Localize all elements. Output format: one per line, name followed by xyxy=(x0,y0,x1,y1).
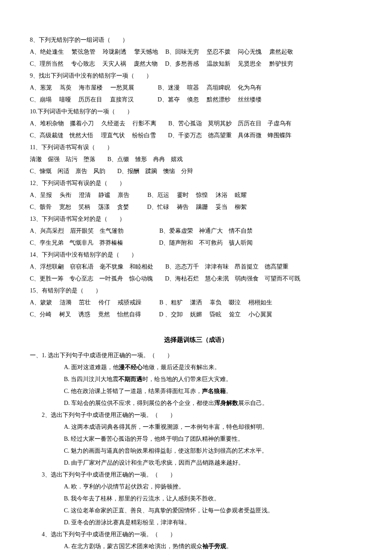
s2-q1-b-pre: B. 当四川汶川大地震 xyxy=(64,376,118,382)
s2-q1-c-post: 。 xyxy=(226,388,232,394)
s2-q3-option-d: D. 亚冬会的游泳比赛真是精彩纷呈，津津有味。 xyxy=(30,517,362,529)
s2-q3-option-b: B. 我今年去了桂林，那里的行云流水，让人感到美不胜收。 xyxy=(30,493,362,505)
question-12: 12、下列词语书写有误的是（ ） xyxy=(30,177,362,189)
section-title: 选择题训练三（成语） xyxy=(30,333,362,346)
question-15: 15、有错别字的是（ ） xyxy=(30,285,362,297)
s2-q1-b-idiom: 不期而遇 xyxy=(118,376,142,382)
s2-q2-option-d: D. 由于厂家对产品的设计和生产吹毛求疵，因而产品销路越来越好。 xyxy=(30,457,362,469)
q13-options-ab: A、兴高采烈 眉开眼笑 生气篷勃 B、爱幕虚荣 神通广大 情不自禁 xyxy=(30,225,362,237)
q15-options-cd: C、分崎 树叉 诱惑 竟然 怡然自得 D 、交卸 妩媚 昏眩 耸立 小心翼翼 xyxy=(30,309,362,321)
s2-q3-option-a: A. 欧．亨利的小说情节起伏跌宕，抑扬顿挫。 xyxy=(30,481,362,493)
question-9: 9、找出下列词语中没有的错别字一项（ ） xyxy=(30,70,362,82)
q11-options-cd: C、慷慨 闲适 禀告 风韵 D、报酬 蹂躏 懊恼 分辩 xyxy=(30,165,362,177)
s2-q1-option-a: A. 面对这道难题，他漫不经心地做，最后还是没有解出来。 xyxy=(30,361,362,373)
question-10: 10.下列词语中无错别字的一项（ ） xyxy=(30,106,362,118)
s2-q1-b-post: 时，给当地的人们带来巨大灾难。 xyxy=(142,376,232,382)
question-14: 14、下列词语中没有错别字的是（ ） xyxy=(30,249,362,261)
s2-q1-c-idiom: 声名狼藉 xyxy=(202,388,226,394)
question-13: 13、下列词语书写全对的是（ ） xyxy=(30,213,362,225)
s2-q4-a-pre: A. 在北方剧场，蒙古国艺术团来哈演出，热情的观众 xyxy=(64,543,202,549)
s2-q1-option-d: D. 车站会的展位供不应求，得到展位的各个企业，都使出浑身解数展示自己。 xyxy=(30,397,362,409)
s2-q1-option-b: B. 当四川汶川大地震不期而遇时，给当地的人们带来巨大灾难。 xyxy=(30,373,362,385)
s2-q2-option-a: A. 这两本成语词典各得其所，一本重视溯源，一本例句丰富，特色却很鲜明。 xyxy=(30,421,362,433)
s2-q1-c-pre: C. 他在政治课上答错了一道题，结果弄得面红耳赤， xyxy=(64,388,202,394)
s2-q4-a-idiom: 袖手旁观 xyxy=(202,543,226,549)
q8-options-cd: C、理所当然 专心致志 天灾人祸 庞然大物 D、多愁善感 温故知新 见贤思全 黔… xyxy=(30,58,362,70)
s2-q1-option-c: C. 他在政治课上答错了一道题，结果弄得面红耳赤，声名狼藉。 xyxy=(30,385,362,397)
s2-q4-option-b: B. 他想得很多，办事非常周全，真是匠心独运。 xyxy=(30,552,362,555)
q8-options-ab: A、绝处逢生 繁弦急管 玲珑剔透 擎天憾地 B、回味无穷 坚忍不拨 问心无愧 肃… xyxy=(30,46,362,58)
s2-q1-d-idiom: 浑身解数 xyxy=(214,400,238,406)
s2-q1-a-post: 地做，最后还是没有解出来。 xyxy=(143,364,220,370)
s2-question-2: 2、选出下列句子中成语使用正确的一项。（ ） xyxy=(30,409,362,421)
s2-question-3: 3、选出下列句子中成语使用正确的一项。（ ） xyxy=(30,469,362,481)
s2-question-1: 一、1. 选出下列句子中成语使用正确的一项。（ ） xyxy=(30,350,362,361)
question-8: 8、下列无错别字的一组词语（ ） xyxy=(30,34,362,46)
s2-q4-option-a: A. 在北方剧场，蒙古国艺术团来哈演出，热情的观众袖手旁观。 xyxy=(30,541,362,552)
s2-question-4: 4、选出下列句子中成语使用正确的一项。（ ） xyxy=(30,529,362,541)
q10-options-ab: A、堆积杂物 攥着小刀 久经逝去 行影不离 B、苦心孤诣 莫明其妙 历历在目 子… xyxy=(30,118,362,130)
s2-q2-option-c: C. 魅力的画面与逼真的音响效果相得益彰，使这部影片达到很高的艺术水平。 xyxy=(30,445,362,457)
question-11: 11、下列词语书写有误（ ） xyxy=(30,142,362,153)
q11-options-ab: 清澈 倔强 玷污 堕落 B、点缀 雏形 冉冉 嬉戏 xyxy=(30,153,362,165)
q12-options-cd: C、骸骨 宽恕 笑柄 荡漾 贪婪 D、忙碌 祷告 蹒跚 妥当 柳絮 xyxy=(30,201,362,213)
s2-q3-option-c: C. 这位老革命家的正直、善良、与真挚的爱国情怀，让每一位参观者受益匪浅。 xyxy=(30,505,362,517)
q14-options-ab: A、浮想联翩 窃窃私语 毫不犹豫 和睦相处 B、恣态万千 津津有味 昂首挺立 德… xyxy=(30,261,362,273)
q14-options-cd: C、更胜一筹 专心至志 一叶孤舟 惊心动魄 D、海枯石烂 慧心未泯 弱肉强食 可… xyxy=(30,273,362,285)
s2-q1-d-pre: D. 车站会的展位供不应求，得到展位的各个企业，都使出 xyxy=(64,400,214,406)
q9-options-cd: C、崩塌 喑哑 历历在目 直接宵汉 D、篡夺 倏忽 黯然漂纱 丝丝缕缕 xyxy=(30,94,362,106)
q9-options-ab: A、葱茏 茑萸 海市屋楼 一愁莫展 B、迷漫 喧器 高垣睥睨 化为乌有 xyxy=(30,82,362,94)
q13-options-cd: C、孪生兄弟 气慨非凡 莽莽榛榛 D、随声附和 不可救药 骇人听闻 xyxy=(30,237,362,249)
q12-options-ab: A、呈报 头衔 澄清 静谧 禀告 B、厄运 霎时 惊惶 沐浴 眩耀 xyxy=(30,189,362,201)
q10-options-cd: C、高级裁缝 恍然大悟 理直气状 纷纷白雪 D、千姿万态 德高望重 具体而微 蜂… xyxy=(30,130,362,142)
s2-q1-a-idiom: 漫不经心 xyxy=(119,364,143,370)
s2-q1-a-pre: A. 面对这道难题，他 xyxy=(64,364,119,370)
q15-options-ab: A、簌簌 涟漪 茁壮 伶仃 戒骄戒躁 B 、粗犷 潇洒 辜负 啜泣 栩栩如生 xyxy=(30,297,362,309)
s2-q2-option-b: B. 经过大家一番苦心孤诣的开导，他终于明白了团队精神的重要性。 xyxy=(30,433,362,445)
s2-q4-a-post: 。 xyxy=(226,543,232,549)
s2-q1-d-post: 展示自己。 xyxy=(238,400,268,406)
